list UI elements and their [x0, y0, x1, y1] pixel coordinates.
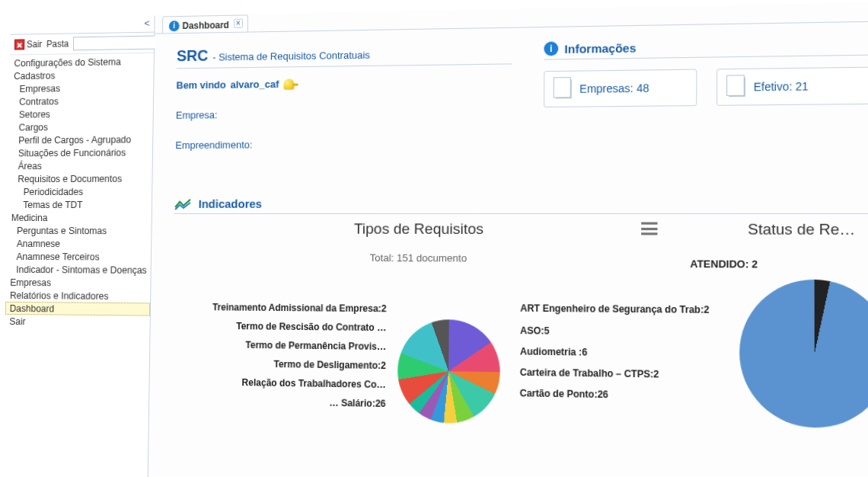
empresa-field: Empresa: — [176, 106, 512, 120]
card-label: Efetivo — [754, 80, 790, 94]
chart-status: Status de Re… ATENDIDO: 2 — [673, 220, 868, 472]
nav-item[interactable]: Cargos — [8, 120, 152, 134]
nav-item[interactable]: Periodicidades — [8, 185, 152, 198]
info-card-text: Efetivo: 21 — [754, 80, 809, 94]
tab-close-icon[interactable]: × — [234, 19, 243, 28]
chart-menu-icon[interactable] — [641, 222, 657, 235]
card-value: 48 — [637, 82, 649, 94]
nav-item[interactable]: Anamnese — [6, 237, 151, 251]
pie-slice-label: Relação dos Trabalhadores Co… — [242, 377, 386, 390]
indicadores-header: Indicadores — [199, 197, 263, 210]
nav-item[interactable]: Perfil de Cargos - Agrupado — [8, 133, 153, 146]
pie-chart-tipos[interactable] — [397, 319, 500, 424]
app-subtitle: - Sistema de Requisitos Contratuais — [212, 49, 370, 62]
chevron-left-icon: < — [144, 18, 150, 29]
nav-item[interactable]: Setores — [8, 107, 152, 121]
nav-item[interactable]: Situações de Funcionários — [8, 146, 153, 159]
pie-slice-label: ASO:5 — [520, 325, 550, 337]
nav-tree: Configurações do SistemaCadastrosEmpresa… — [5, 53, 154, 329]
pie-slice-label: Cartão de Ponto:26 — [520, 388, 608, 401]
chart-tipos-requisitos: Tipos de Requisitos Total: 151 documento… — [171, 220, 674, 468]
tab-dashboard[interactable]: i Dashboard × — [162, 14, 248, 33]
sidebar-collapse[interactable]: < — [11, 16, 155, 35]
welcome-line: Bem vindo alvaro_caf — [176, 75, 512, 91]
key-icon — [283, 78, 294, 89]
pie-slice-label: Termo de Permanência Provis… — [245, 340, 386, 353]
welcome-prefix: Bem vindo — [176, 79, 225, 91]
card-label: Empresas — [579, 82, 630, 94]
app-name: SRC — [177, 47, 209, 66]
document-icon — [729, 77, 745, 97]
welcome-user: alvaro_caf — [231, 78, 279, 91]
dashboard: SRC - Sistema de Requisitos Contratuais … — [148, 21, 868, 477]
nav-item[interactable]: Anamnese Terceiros — [6, 250, 151, 264]
pie-chart-status[interactable] — [739, 279, 868, 429]
indicadores-section: Indicadores Tipos de Requisitos Total: 1… — [171, 196, 868, 472]
pie-slice-label: Termo de Rescisão do Contrato … — [236, 321, 386, 333]
close-icon — [14, 39, 25, 50]
chart1-subtitle: Total: 151 documento — [174, 251, 674, 265]
nav-item[interactable]: Relatórios e Indicadores — [5, 289, 150, 303]
empresa-label: Empresa: — [176, 109, 218, 121]
pie-slice-label: Audiometria :6 — [520, 346, 588, 358]
main: i Dashboard × SRC - Sistema de Requisito… — [148, 2, 868, 477]
nav-item[interactable]: Empresas — [5, 276, 150, 290]
folder-label: Pasta — [46, 38, 69, 49]
nav-item[interactable]: Dashboard — [5, 302, 150, 316]
info-icon: i — [169, 21, 180, 31]
nav-item[interactable]: Medicina — [7, 211, 152, 224]
nav-item[interactable]: Sair — [5, 315, 150, 329]
exit-button[interactable]: Sair — [14, 39, 43, 50]
nav-item[interactable]: Indicador - Sintomas e Doenças — [6, 263, 151, 277]
status-label-atendido: ATENDIDO: 2 — [690, 258, 758, 270]
tab-label: Dashboard — [182, 19, 229, 30]
pie-slice-label: Termo de Desligamento:2 — [273, 359, 386, 372]
info-card[interactable]: Efetivo: 21 — [716, 67, 868, 106]
pie-slice-label: Carteira de Trabalho – CTPS:2 — [520, 367, 659, 379]
info-header-text: Informações — [564, 40, 636, 55]
exit-label: Sair — [27, 39, 43, 50]
document-icon — [556, 79, 572, 98]
empreendimento-label: Empreendimento: — [175, 139, 252, 151]
pie-slice-label: Treinamento Admissional da Empresa:2 — [212, 302, 387, 314]
pie-slice-label: … Salário:26 — [329, 397, 385, 409]
chart1-title: Tipos de Requisitos — [174, 220, 674, 238]
info-panel: i Informações Empresas: 48Efetivo: 21 — [544, 37, 868, 107]
sidebar-toolbar: Sair Pasta — [10, 33, 154, 56]
info-card-text: Empresas: 48 — [579, 82, 649, 95]
dashboard-header-block: SRC - Sistema de Requisitos Contratuais … — [175, 42, 512, 151]
empreendimento-field: Empreendimento: — [175, 137, 512, 151]
nav-item[interactable]: Contratos — [9, 94, 153, 108]
nav-item[interactable]: Perguntas e Sintomas — [7, 224, 152, 237]
info-card[interactable]: Empresas: 48 — [544, 69, 697, 107]
nav-item[interactable]: Requisitos e Documentos — [8, 171, 152, 185]
nav-item[interactable]: Empresas — [9, 81, 153, 95]
chart2-title: Status de Re… — [690, 220, 868, 238]
card-value: 21 — [796, 80, 809, 93]
nav-item[interactable]: Áreas — [8, 158, 152, 172]
nav-item[interactable]: Temas de TDT — [7, 198, 152, 211]
chart-icon — [174, 197, 191, 210]
info-icon: i — [544, 41, 558, 56]
sidebar: < Sair Pasta Configurações do SistemaCad… — [2, 16, 155, 477]
